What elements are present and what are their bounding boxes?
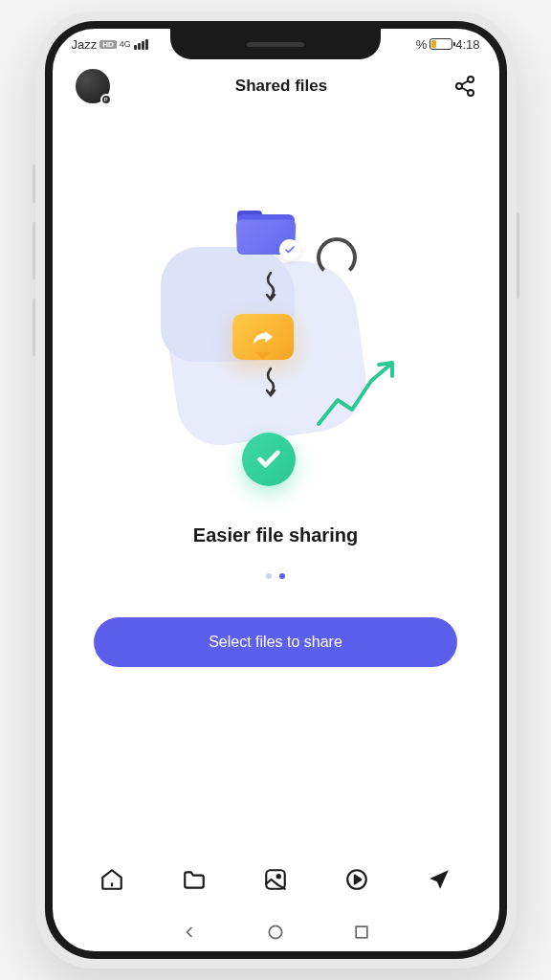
nav-photos-icon[interactable] xyxy=(260,864,291,895)
network-type: 4G xyxy=(120,39,131,49)
avatar[interactable]: P xyxy=(76,69,110,103)
nav-files-icon[interactable] xyxy=(179,864,209,895)
bottom-nav xyxy=(53,846,499,913)
svg-point-1 xyxy=(456,83,462,89)
select-files-button[interactable]: Select files to share xyxy=(94,617,457,667)
svg-rect-6 xyxy=(266,870,285,889)
svg-point-7 xyxy=(277,875,280,878)
share-icon[interactable] xyxy=(453,75,476,98)
svg-point-0 xyxy=(468,77,474,82)
phone-notch xyxy=(170,29,381,59)
onboarding-heading: Easier file sharing xyxy=(193,524,358,546)
android-nav-bar xyxy=(53,913,499,951)
clock: 4:18 xyxy=(455,37,479,52)
svg-marker-9 xyxy=(355,876,362,884)
android-recents-icon[interactable] xyxy=(352,923,371,942)
svg-line-4 xyxy=(461,88,468,92)
illustration xyxy=(142,209,409,496)
checkmark-circle-icon xyxy=(242,433,296,486)
carrier-label: Jazz xyxy=(72,37,98,52)
ring-icon xyxy=(317,237,357,278)
nav-send-icon[interactable] xyxy=(424,864,454,895)
android-home-icon[interactable] xyxy=(266,923,285,942)
nav-home-icon[interactable] xyxy=(97,864,127,895)
arrow-down-squiggle-icon xyxy=(261,271,280,304)
avatar-badge: P xyxy=(100,94,112,105)
svg-point-2 xyxy=(468,90,474,96)
page-dot[interactable] xyxy=(266,573,272,579)
arrow-down-squiggle-icon xyxy=(261,367,280,400)
svg-rect-11 xyxy=(356,926,367,938)
battery-icon xyxy=(430,38,452,50)
hd-badge: HD xyxy=(99,40,117,49)
nav-video-icon[interactable] xyxy=(342,864,372,895)
main-content: Easier file sharing Select files to shar… xyxy=(53,113,499,846)
share-box-icon xyxy=(232,314,294,360)
signal-icon xyxy=(134,39,148,50)
phone-mockup-frame: Jazz HD 4G % 4:18 P Shared files xyxy=(35,11,517,969)
page-dot[interactable] xyxy=(279,573,285,579)
app-header: P Shared files xyxy=(53,59,499,113)
page-indicator xyxy=(266,573,285,579)
android-back-icon[interactable] xyxy=(180,923,199,942)
trend-up-icon xyxy=(314,357,400,434)
svg-line-3 xyxy=(461,81,468,85)
battery-percent: % xyxy=(416,37,428,52)
folder-icon xyxy=(237,209,295,255)
svg-point-10 xyxy=(269,925,281,938)
phone-side-buttons-left xyxy=(33,165,35,375)
page-title: Shared files xyxy=(235,77,327,96)
phone-side-button-right xyxy=(517,212,519,299)
